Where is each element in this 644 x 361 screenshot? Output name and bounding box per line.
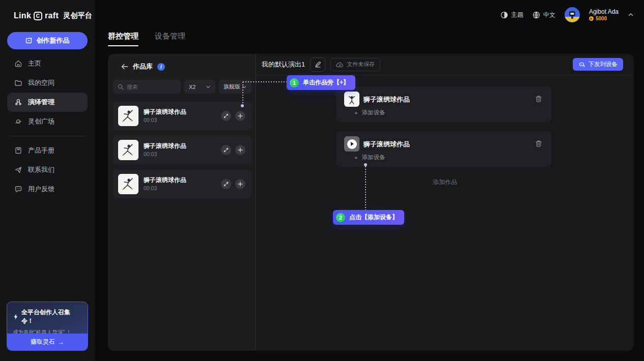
- sidebar-item-contact-us[interactable]: 联系我们: [7, 160, 88, 179]
- earn-gems-button[interactable]: 赚取灵石 →: [7, 334, 88, 350]
- add-work-to-stage-button[interactable]: [235, 145, 245, 155]
- preview-expand-button[interactable]: [221, 179, 231, 189]
- main-panel: 作品库 i X2: [108, 54, 634, 351]
- work-title: 狮子滚绣球作品: [144, 176, 186, 185]
- version-select-value: 旗舰版: [223, 83, 240, 91]
- info-icon[interactable]: i: [157, 63, 165, 71]
- promo-card: 全平台创作人召集令！ 成为首批"机器人导演" ！ 赚取灵石 →: [7, 302, 88, 351]
- stage-header: 我的默认演出1 文件未保存: [256, 54, 634, 75]
- delete-work-button[interactable]: [535, 95, 542, 103]
- create-work-label: 创作新作品: [37, 36, 70, 45]
- language-label: 中文: [543, 11, 555, 19]
- work-thumbnail: [118, 140, 138, 160]
- chat-bubble-icon: [14, 185, 22, 193]
- stage-work-title: 狮子滚绣球作品: [363, 140, 410, 149]
- tutorial-dotted-line: [242, 82, 243, 104]
- tutorial-dotted-line: [365, 166, 366, 210]
- add-device-button[interactable]: + 添加设备: [354, 154, 385, 161]
- tab-group-control[interactable]: 群控管理: [108, 32, 138, 46]
- deploy-robot-icon: [578, 61, 585, 68]
- sidebar-item-performance-management[interactable]: 演绎管理: [7, 93, 88, 112]
- create-work-button[interactable]: 创作新作品: [7, 32, 88, 49]
- sidebar-item-label: 主页: [28, 59, 41, 68]
- tutorial-step-text: 单击作品旁【+】: [303, 78, 349, 87]
- brand-prefix: Link: [14, 11, 31, 20]
- credits-badge: 5000: [589, 16, 619, 21]
- deploy-label: 下发到设备: [589, 61, 618, 68]
- sidebar-item-label: 产品手册: [28, 146, 54, 155]
- work-duration: 00:03: [144, 151, 157, 157]
- work-duration: 00:03: [144, 185, 157, 191]
- sidebar-item-home[interactable]: 主页: [7, 54, 88, 73]
- tutorial-dotted-line: [243, 81, 287, 82]
- language-switcher[interactable]: 中文: [533, 11, 555, 19]
- globe-icon: [533, 11, 540, 19]
- app-window: LinkCraft 灵创平台 创作新作品: [0, 0, 644, 361]
- rename-stage-button[interactable]: [310, 57, 325, 72]
- collapse-chevron-up-icon[interactable]: [628, 12, 634, 18]
- work-thumbnail: [118, 106, 138, 126]
- stage-work-thumbnail-playing[interactable]: [344, 136, 359, 152]
- search-box[interactable]: [113, 80, 181, 94]
- sidebar: LinkCraft 灵创平台 创作新作品: [0, 0, 95, 361]
- work-title: 狮子滚绣球作品: [144, 142, 186, 151]
- work-list-item[interactable]: 狮子滚绣球作品 00:03: [113, 170, 251, 198]
- save-status-chip: 文件未保存: [330, 58, 380, 71]
- user-avatar[interactable]: [565, 7, 580, 22]
- work-list-item[interactable]: 狮子滚绣球作品 00:03: [113, 136, 251, 164]
- speed-select-value: X2: [189, 84, 195, 90]
- work-list-item[interactable]: 狮子滚绣球作品 00:03: [113, 102, 251, 130]
- back-arrow-icon[interactable]: [121, 64, 128, 70]
- tutorial-step-1: 1 单击作品旁【+】: [287, 75, 355, 90]
- stage-work-title: 狮子滚绣球作品: [363, 95, 410, 104]
- works-library-panel: 作品库 i X2: [108, 54, 256, 351]
- step-number-badge: 1: [290, 78, 299, 87]
- create-work-icon: [25, 37, 33, 44]
- add-work-to-stage-button[interactable]: [235, 111, 245, 121]
- library-header: 作品库 i: [121, 62, 165, 71]
- add-device-label: 添加设备: [362, 154, 385, 161]
- user-info[interactable]: Agibot Ada 5000: [589, 8, 619, 21]
- arrow-right-icon: →: [58, 339, 64, 346]
- search-input[interactable]: [127, 84, 176, 90]
- preview-expand-button[interactable]: [221, 111, 231, 121]
- stage-work-card[interactable]: 狮子滚绣球作品 + 添加设备: [336, 86, 551, 122]
- library-title: 作品库: [133, 62, 153, 71]
- brand-suffix: raft: [45, 11, 59, 20]
- tutorial-dot: [241, 104, 244, 107]
- add-device-button[interactable]: + 添加设备: [354, 109, 385, 116]
- sidebar-item-my-space[interactable]: 我的空间: [7, 73, 88, 93]
- sidebar-item-label: 用户反馈: [28, 185, 54, 194]
- earn-gems-label: 赚取灵石: [31, 338, 55, 346]
- sidebar-item-user-feedback[interactable]: 用户反馈: [7, 179, 88, 199]
- promo-title-row: 全平台创作人召集令！: [7, 302, 88, 325]
- add-work-to-stage-button[interactable]: [235, 179, 245, 189]
- stage-title: 我的默认演出1: [262, 60, 305, 69]
- user-name: Agibot Ada: [589, 8, 619, 15]
- delete-work-button[interactable]: [535, 140, 542, 147]
- add-work-placeholder[interactable]: 添加作品: [256, 178, 634, 187]
- tutorial-dot: [364, 163, 367, 166]
- chevron-down-icon: [206, 84, 211, 89]
- tutorial-step-text: 点击【添加设备】: [349, 213, 398, 222]
- preview-expand-button[interactable]: [221, 145, 231, 155]
- brand-logo: LinkCraft 灵创平台: [14, 11, 92, 20]
- stage-work-thumbnail: [344, 92, 359, 107]
- step-number-badge: 2: [336, 213, 345, 222]
- cloud-unsaved-icon: [336, 62, 344, 68]
- sidebar-item-product-manual[interactable]: 产品手册: [7, 141, 88, 160]
- deploy-to-device-button[interactable]: 下发到设备: [573, 58, 624, 71]
- sidebar-item-label: 我的空间: [28, 78, 54, 87]
- work-thumbnail: [118, 174, 138, 194]
- stage-work-card[interactable]: 狮子滚绣球作品 + 添加设备: [336, 131, 551, 167]
- speed-select[interactable]: X2: [184, 80, 215, 94]
- paper-plane-icon: [14, 166, 22, 174]
- folder-icon: [14, 79, 22, 87]
- theme-toggle[interactable]: 主题: [500, 11, 523, 19]
- sidebar-item-plaza[interactable]: 灵创广场: [7, 112, 88, 131]
- brand-c-icon: C: [34, 12, 42, 20]
- plus-icon: +: [354, 155, 358, 161]
- sidebar-divider: [9, 136, 86, 136]
- sidebar-nav: 主页 我的空间 演绎管: [7, 54, 88, 199]
- tab-device-management[interactable]: 设备管理: [155, 32, 185, 46]
